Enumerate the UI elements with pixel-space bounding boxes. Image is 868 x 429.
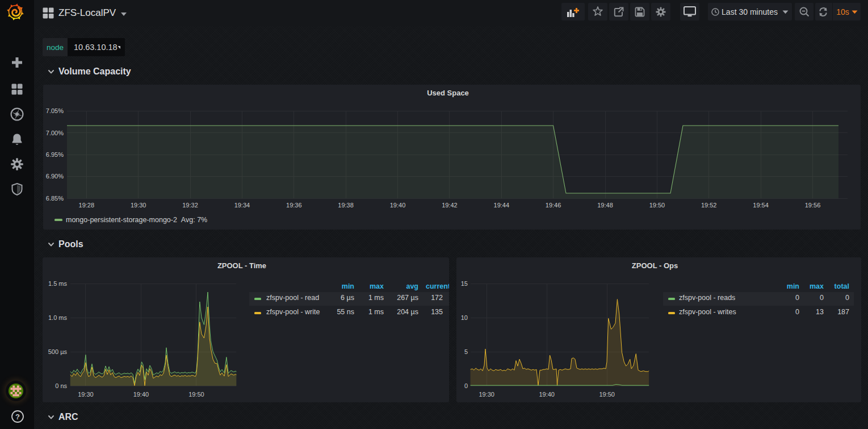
svg-text:19:34: 19:34: [234, 202, 250, 209]
svg-text:19:52: 19:52: [701, 202, 717, 209]
svg-text:19:44: 19:44: [494, 202, 510, 209]
svg-text:19:28: 19:28: [79, 202, 95, 209]
svg-text:7.05%: 7.05%: [46, 107, 64, 114]
svg-text:19:46: 19:46: [546, 202, 561, 209]
svg-text:19:30: 19:30: [131, 202, 146, 209]
svg-text:19:36: 19:36: [286, 202, 302, 209]
svg-text:19:42: 19:42: [442, 202, 458, 209]
svg-text:19:56: 19:56: [805, 202, 821, 209]
svg-text:19:32: 19:32: [182, 202, 198, 209]
svg-text:6.95%: 6.95%: [46, 151, 64, 158]
svg-text:?: ?: [15, 413, 20, 421]
svg-text:19:50: 19:50: [649, 202, 665, 209]
svg-text:19:38: 19:38: [338, 202, 354, 209]
svg-text:19:48: 19:48: [597, 202, 613, 209]
svg-text:6.85%: 6.85%: [46, 195, 64, 202]
svg-text:7.00%: 7.00%: [46, 130, 64, 136]
svg-text:6.90%: 6.90%: [46, 173, 64, 180]
svg-text:19:40: 19:40: [390, 202, 406, 209]
svg-text:19:54: 19:54: [753, 202, 769, 209]
